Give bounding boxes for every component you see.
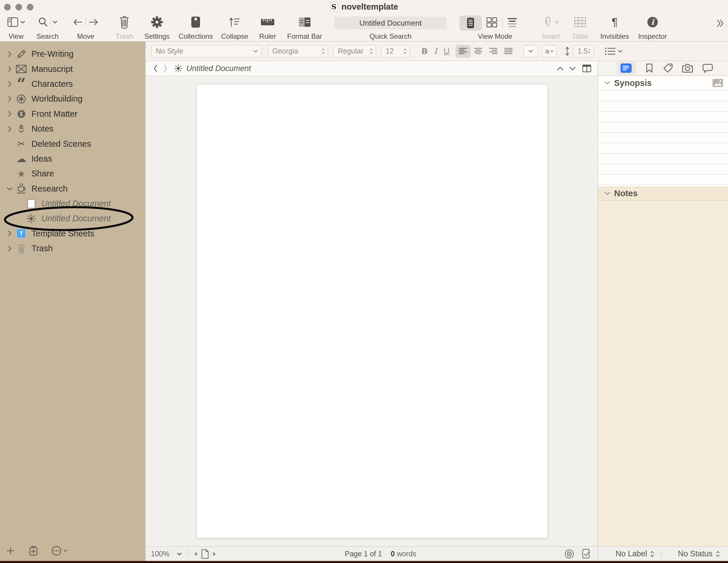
chevron-right-icon[interactable]	[8, 111, 12, 117]
chevron-right-icon[interactable]	[8, 66, 12, 72]
binder-item-untitled-document-1[interactable]: Untitled Document	[0, 196, 145, 211]
outline-view-button[interactable]	[507, 17, 517, 29]
binder-item-worldbuilding[interactable]: Worldbuilding	[0, 91, 145, 106]
asterisk-circle-icon	[16, 94, 26, 104]
history-forward-button[interactable]	[163, 64, 168, 73]
tab-snapshots[interactable]	[682, 63, 693, 73]
zoom-value[interactable]: 100%	[151, 550, 169, 558]
insert-button[interactable]: Insert	[536, 13, 566, 40]
align-justify-button[interactable]	[501, 45, 516, 58]
trash-button[interactable]: Trash	[110, 13, 139, 40]
corkboard-view-button[interactable]	[486, 17, 497, 29]
chevron-right-icon[interactable]	[8, 81, 12, 87]
binder-item-characters[interactable]: “ Characters	[0, 77, 145, 91]
collections-button[interactable]: Collections	[174, 13, 218, 40]
table-button[interactable]: Table	[567, 13, 593, 40]
binder-item-notes[interactable]: a Notes	[0, 121, 145, 136]
label-selector[interactable]: No Label	[616, 549, 655, 558]
ruler-button[interactable]: Ruler	[253, 13, 282, 40]
italic-button[interactable]: I	[434, 46, 437, 56]
line-spacing-icon[interactable]	[564, 46, 570, 57]
synopsis-image-icon[interactable]	[712, 79, 723, 87]
divider	[50, 17, 51, 27]
tab-notes[interactable]	[617, 62, 635, 75]
chevron-down-icon	[529, 50, 533, 53]
document-view-button[interactable]	[460, 15, 482, 31]
next-page-button[interactable]	[213, 551, 217, 557]
inspector-button[interactable]: i Inspector	[635, 13, 670, 40]
list-format-button[interactable]	[605, 47, 623, 56]
gear-icon	[150, 15, 164, 29]
tab-bookmarks[interactable]	[646, 63, 653, 73]
binder-item-research[interactable]: Research	[0, 181, 145, 196]
quick-search-field[interactable]: Untitled Document	[334, 17, 447, 29]
forward-arrow-icon[interactable]	[88, 18, 99, 26]
previous-document-button[interactable]	[557, 66, 564, 71]
style-select[interactable]: No Style	[151, 45, 262, 58]
history-back-button[interactable]	[153, 64, 158, 73]
chevron-right-icon[interactable]	[8, 126, 12, 132]
updown-stepper-icon	[715, 550, 720, 558]
binder-item-share[interactable]: ★ Share	[0, 166, 145, 181]
search-icon	[38, 17, 49, 28]
font-select[interactable]: Georgia	[268, 45, 328, 58]
next-document-button[interactable]	[569, 66, 576, 71]
page-check-icon[interactable]	[582, 549, 591, 559]
underline-button[interactable]: U	[443, 47, 449, 56]
chevron-right-icon[interactable]	[8, 96, 12, 102]
binder-item-front-matter[interactable]: 1 Front Matter	[0, 107, 145, 121]
chevron-down-icon[interactable]	[6, 187, 13, 191]
view-button[interactable]: View	[0, 13, 32, 40]
add-folder-button[interactable]	[29, 546, 38, 556]
settings-button[interactable]: Settings	[141, 13, 173, 40]
binder-item-ideas[interactable]: ☁ Ideas	[0, 151, 145, 166]
target-icon[interactable]	[564, 549, 574, 559]
chevron-right-icon[interactable]	[8, 246, 12, 252]
ellipsis-circle-icon	[51, 546, 62, 556]
collapse-button[interactable]: Collapse	[217, 13, 252, 40]
binder-item-template-sheets[interactable]: T Template Sheets	[0, 226, 145, 241]
align-center-button[interactable]	[471, 45, 486, 58]
previous-page-button[interactable]	[193, 551, 197, 557]
pilcrow-icon: ¶	[612, 17, 618, 28]
chevron-right-icon[interactable]	[8, 230, 12, 237]
font-weight-value: Regular	[334, 47, 369, 55]
chevron-right-icon[interactable]	[8, 51, 12, 57]
align-right-button[interactable]	[486, 45, 501, 58]
tab-comments[interactable]	[702, 63, 713, 73]
chevron-down-icon[interactable]	[177, 553, 182, 555]
search-button[interactable]: Search	[30, 13, 65, 40]
binder-options-button[interactable]	[51, 546, 67, 556]
editor-content[interactable]	[146, 77, 598, 546]
binder-item-untitled-document-2[interactable]: Untitled Document	[0, 211, 145, 226]
line-spacing-select[interactable]: 1.5	[573, 45, 594, 58]
notes-header: Notes	[598, 186, 728, 201]
binder-item-trash[interactable]: Trash	[0, 241, 145, 256]
binder-item-pre-writing[interactable]: Pre-Writing	[0, 47, 145, 61]
bold-button[interactable]: B	[422, 47, 427, 56]
binder-item-deleted-scenes[interactable]: ✂ Deleted Scenes	[0, 136, 145, 151]
tab-tags[interactable]	[663, 63, 673, 73]
align-center-icon	[474, 48, 483, 55]
font-size-select[interactable]: 12	[381, 45, 410, 58]
notes-text-area[interactable]	[598, 202, 728, 546]
status-selector[interactable]: No Status	[678, 549, 720, 558]
document-page[interactable]	[197, 84, 547, 538]
editor-document-title: Untitled Document	[186, 64, 251, 73]
synopsis-text-area[interactable]	[598, 91, 728, 186]
toolbar-overflow-button[interactable]	[713, 13, 727, 33]
font-weight-select[interactable]: Regular	[333, 45, 376, 58]
format-bar-button[interactable]: Format Bar	[281, 13, 328, 40]
align-left-button[interactable]	[455, 45, 471, 58]
highlight-button[interactable]: a	[542, 45, 557, 57]
invisibles-button[interactable]: ¶ Invisibles	[597, 13, 632, 40]
chevron-down-icon[interactable]	[605, 192, 610, 195]
star-icon: ★	[17, 169, 26, 179]
text-color-button[interactable]	[524, 45, 538, 57]
back-arrow-icon[interactable]	[72, 18, 84, 26]
add-item-button[interactable]	[6, 547, 15, 555]
font-value: Georgia	[268, 47, 321, 55]
chevron-down-icon[interactable]	[605, 81, 610, 85]
split-editor-button[interactable]	[582, 65, 591, 72]
divider	[188, 550, 189, 558]
